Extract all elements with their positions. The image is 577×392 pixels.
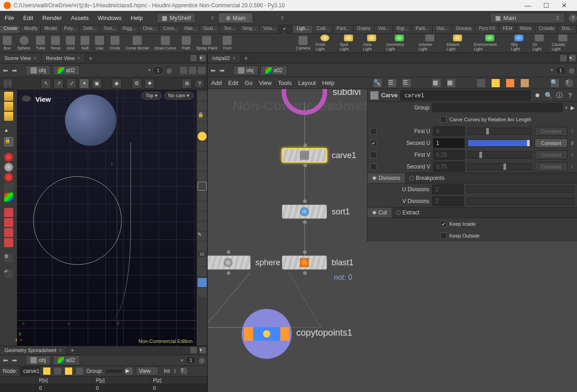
tab-divisions[interactable]: Divisions bbox=[368, 173, 405, 183]
path-dropdown[interactable]: ▾ bbox=[551, 67, 553, 73]
close-button[interactable]: ✕ bbox=[555, 2, 573, 9]
shelf-tab[interactable]: Cons... bbox=[159, 25, 181, 33]
tool-distantlight[interactable]: Distant Light bbox=[444, 34, 471, 52]
display-option-icon[interactable] bbox=[198, 152, 207, 161]
path-a02[interactable]: a02 bbox=[53, 65, 80, 75]
menu-edit[interactable]: Edit bbox=[228, 79, 238, 86]
menu-tools[interactable]: Tools bbox=[278, 79, 292, 86]
view-direction-dropdown[interactable]: Top ▾ bbox=[141, 92, 162, 99]
menu-windows[interactable]: Windows bbox=[93, 15, 126, 21]
close-icon[interactable]: × bbox=[34, 55, 36, 61]
path-obj[interactable]: obj bbox=[25, 355, 51, 365]
pane-icon[interactable] bbox=[190, 347, 197, 353]
first-v-checkbox[interactable] bbox=[370, 152, 377, 158]
lock-icon[interactable]: 🔒 bbox=[4, 137, 13, 146]
tool-null[interactable]: Null bbox=[78, 34, 92, 52]
tool-spraypaint[interactable]: Spray Paint bbox=[194, 34, 220, 52]
first-v-input[interactable]: 0.25 bbox=[433, 150, 465, 160]
first-u-menu[interactable]: Constant bbox=[535, 127, 567, 136]
list-icon[interactable]: ☰ bbox=[403, 79, 411, 87]
network-view[interactable]: Non-Commercial Geometry subdivi carve1 s… bbox=[208, 89, 577, 392]
u-div-input[interactable]: 2 bbox=[432, 184, 464, 194]
second-u-input[interactable]: 1 bbox=[433, 138, 465, 148]
shelf-selector-right[interactable]: ▦ Main ⇕ bbox=[490, 13, 565, 23]
second-v-menu[interactable]: Constant bbox=[535, 162, 567, 171]
detail-icon[interactable] bbox=[75, 367, 84, 375]
display-icon[interactable] bbox=[4, 173, 13, 182]
magnet-icon[interactable] bbox=[4, 238, 13, 247]
nav-back-button[interactable]: ⬅ bbox=[209, 67, 217, 74]
prims-icon[interactable] bbox=[65, 367, 73, 375]
sticky-icon[interactable] bbox=[492, 79, 500, 87]
tool-spotlight[interactable]: Spot Light bbox=[337, 34, 360, 52]
nav-back-button[interactable]: ⬅ bbox=[2, 357, 9, 364]
help-icon[interactable]: ? bbox=[180, 367, 188, 375]
col-px[interactable]: P[x] bbox=[36, 377, 93, 384]
second-u-slider[interactable] bbox=[468, 139, 532, 147]
first-v-menu[interactable]: Constant bbox=[535, 150, 567, 159]
close-icon[interactable]: × bbox=[77, 55, 80, 61]
second-v-input[interactable]: 0.75 bbox=[433, 162, 465, 172]
input-dot[interactable] bbox=[303, 199, 307, 203]
display-icon[interactable] bbox=[4, 163, 13, 172]
menu-assets[interactable]: Assets bbox=[66, 15, 93, 21]
tool-circle[interactable]: Circle bbox=[107, 34, 123, 52]
scale-icon[interactable]: ⤢ bbox=[66, 79, 76, 89]
shelf-tab[interactable]: Parti... bbox=[333, 25, 353, 33]
shelf-tab[interactable]: Pyro FX bbox=[475, 25, 499, 33]
group-field[interactable] bbox=[106, 370, 122, 372]
points-icon[interactable] bbox=[43, 367, 51, 375]
display-icon[interactable] bbox=[4, 183, 13, 192]
tool-skylight[interactable]: Sky Light bbox=[508, 34, 530, 52]
group-dropdown[interactable]: ▾ bbox=[565, 105, 568, 111]
3d-viewport[interactable]: View Top ▾ No cam ▾ Non-Commercial Editi… bbox=[17, 90, 196, 346]
first-u-input[interactable]: 0 bbox=[433, 126, 465, 136]
pane-menu-icon[interactable]: ▾ bbox=[569, 55, 576, 61]
path-a02[interactable]: a02 bbox=[260, 65, 288, 75]
tool-drawcurve[interactable]: Draw Curve bbox=[152, 34, 179, 52]
shelf-dropdown-arrow[interactable]: ⇕ bbox=[210, 15, 214, 21]
box-icon[interactable] bbox=[521, 79, 529, 87]
tool-font[interactable]: Font bbox=[220, 34, 234, 52]
shelf-tab[interactable]: Model bbox=[41, 25, 60, 33]
add-tab-button[interactable]: + bbox=[85, 55, 96, 62]
eye-icon[interactable] bbox=[22, 95, 31, 102]
v-div-slider[interactable] bbox=[467, 198, 574, 205]
shelf-selector[interactable]: ▦ MyShelf bbox=[157, 13, 196, 23]
icon[interactable] bbox=[477, 79, 485, 87]
node-sphere[interactable]: sphere bbox=[208, 255, 280, 270]
shelf-tab[interactable]: Poly... bbox=[60, 25, 80, 33]
add-tab-button[interactable]: + bbox=[67, 347, 78, 354]
nav-back-button[interactable]: ⬅ bbox=[2, 67, 9, 74]
gear-icon[interactable]: ⚙ bbox=[4, 253, 13, 263]
shelf-tab[interactable]: Ligh... bbox=[293, 25, 313, 33]
shelf-tab[interactable]: Char... bbox=[139, 25, 159, 33]
gear-icon[interactable]: ✸ bbox=[533, 91, 542, 99]
keep-inside-checkbox[interactable]: ✔ bbox=[440, 221, 447, 227]
close-icon[interactable]: × bbox=[59, 347, 62, 353]
tool-camera[interactable]: Camera bbox=[293, 34, 313, 52]
group-input[interactable] bbox=[432, 103, 562, 112]
second-v-slider[interactable] bbox=[468, 163, 532, 170]
tool-tube[interactable]: Tube bbox=[33, 34, 48, 52]
tab-render-view[interactable]: Render View× bbox=[41, 54, 85, 62]
display-option-icon[interactable] bbox=[198, 267, 207, 276]
nav-fwd-button[interactable]: ➡ bbox=[11, 357, 18, 364]
target-icon[interactable]: ◎ bbox=[165, 67, 173, 74]
add-tab-button[interactable]: + bbox=[241, 55, 252, 62]
tab-geo-spreadsheet[interactable]: Geometry Spreadsheet× bbox=[0, 346, 67, 354]
display-icon[interactable] bbox=[180, 67, 187, 74]
col-index[interactable] bbox=[0, 377, 36, 384]
take-number[interactable]: 1 bbox=[185, 356, 196, 364]
menu-edit[interactable]: Edit bbox=[19, 15, 38, 21]
magnet-icon[interactable] bbox=[4, 208, 13, 217]
filter-icon[interactable]: ▶ bbox=[125, 367, 133, 375]
op-name-field[interactable]: carve1 bbox=[400, 90, 531, 100]
close-icon[interactable]: × bbox=[233, 55, 235, 61]
view-dropdown[interactable]: View bbox=[136, 367, 159, 376]
info-icon[interactable]: ⓘ bbox=[555, 91, 563, 99]
shelf-tab[interactable]: FEM bbox=[499, 25, 517, 33]
path-obj[interactable]: obj bbox=[25, 65, 51, 75]
keep-outside-checkbox[interactable] bbox=[440, 233, 447, 239]
node-blast1[interactable]: blast1 not: 0 bbox=[282, 255, 353, 270]
